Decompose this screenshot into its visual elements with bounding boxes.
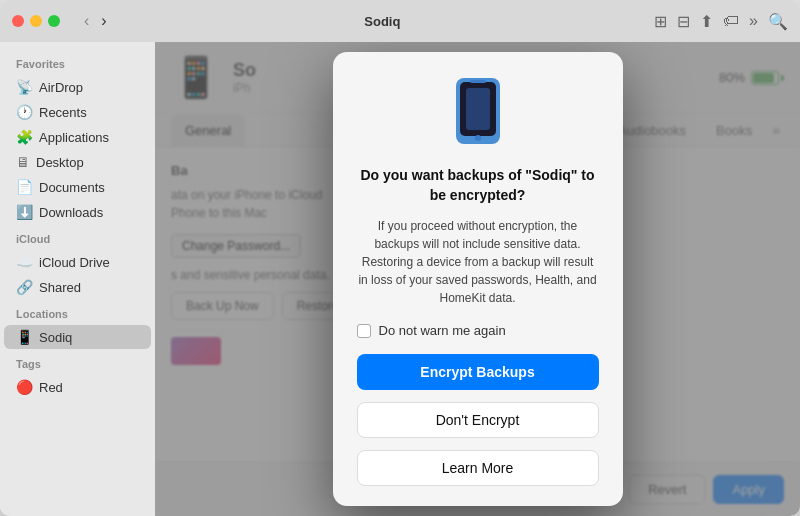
documents-icon: 📄 [16,179,33,195]
sidebar-item-desktop[interactable]: 🖥 Desktop [4,150,151,174]
sidebar-item-red[interactable]: 🔴 Red [4,375,151,399]
sidebar-item-label-sodiq: Sodiq [39,330,72,345]
sidebar-item-label-shared: Shared [39,280,81,295]
traffic-lights [12,15,60,27]
sidebar-item-label-icloud-drive: iCloud Drive [39,255,110,270]
sidebar-item-label-desktop: Desktop [36,155,84,170]
sidebar-item-airdrop[interactable]: 📡 AirDrop [4,75,151,99]
sidebar-item-shared[interactable]: 🔗 Shared [4,275,151,299]
dialog-phone-icon [452,76,504,150]
downloads-icon: ⬇️ [16,204,33,220]
main-window: ‹ › Sodiq ⊞ ⊟ ⬆ 🏷 » 🔍 Favorites 📡 AirDro… [0,0,800,516]
svg-point-3 [475,135,481,141]
shared-icon: 🔗 [16,279,33,295]
dialog-title: Do you want backups of "Sodiq" to be enc… [357,166,599,205]
grid2-icon[interactable]: ⊟ [677,12,690,31]
sidebar-item-label-documents: Documents [39,180,105,195]
sidebar-section-icloud: iCloud [0,225,155,249]
forward-button[interactable]: › [97,10,110,32]
minimize-button[interactable] [30,15,42,27]
svg-rect-4 [466,88,490,130]
sidebar-item-icloud-drive[interactable]: ☁️ iCloud Drive [4,250,151,274]
svg-rect-2 [470,80,486,83]
dialog-message: If you proceed without encryption, the b… [357,217,599,307]
dont-encrypt-button[interactable]: Don't Encrypt [357,402,599,438]
chevron-double-right-icon[interactable]: » [749,12,758,30]
applications-icon: 🧩 [16,129,33,145]
sidebar-item-label-airdrop: AirDrop [39,80,83,95]
search-icon[interactable]: 🔍 [768,12,788,31]
tag-icon[interactable]: 🏷 [723,12,739,30]
close-button[interactable] [12,15,24,27]
sidebar-item-sodiq[interactable]: 📱 Sodiq [4,325,151,349]
sidebar-item-downloads[interactable]: ⬇️ Downloads [4,200,151,224]
red-tag-icon: 🔴 [16,379,33,395]
sidebar: Favorites 📡 AirDrop 🕐 Recents 🧩 Applicat… [0,42,155,516]
sidebar-section-tags: Tags [0,350,155,374]
checkbox-row: Do not warn me again [357,319,599,342]
main-panel: 📱 So iPh 80% General Audiobooks [155,42,800,516]
sidebar-item-label-downloads: Downloads [39,205,103,220]
sidebar-section-favorites: Favorites [0,50,155,74]
sidebar-section-locations: Locations [0,300,155,324]
warn-again-label: Do not warn me again [379,323,506,338]
titlebar: ‹ › Sodiq ⊞ ⊟ ⬆ 🏷 » 🔍 [0,0,800,42]
encrypt-backups-button[interactable]: Encrypt Backups [357,354,599,390]
content-area: Favorites 📡 AirDrop 🕐 Recents 🧩 Applicat… [0,42,800,516]
sidebar-item-label-applications: Applications [39,130,109,145]
sidebar-item-applications[interactable]: 🧩 Applications [4,125,151,149]
grid-icon[interactable]: ⊞ [654,12,667,31]
sidebar-item-label-recents: Recents [39,105,87,120]
titlebar-icons: ⊞ ⊟ ⬆ 🏷 » 🔍 [654,12,788,31]
desktop-icon: 🖥 [16,154,30,170]
sidebar-item-documents[interactable]: 📄 Documents [4,175,151,199]
recents-icon: 🕐 [16,104,33,120]
sidebar-item-recents[interactable]: 🕐 Recents [4,100,151,124]
airdrop-icon: 📡 [16,79,33,95]
window-title: Sodiq [119,14,646,29]
encrypt-dialog: Do you want backups of "Sodiq" to be enc… [333,52,623,506]
back-button[interactable]: ‹ [80,10,93,32]
icloud-drive-icon: ☁️ [16,254,33,270]
maximize-button[interactable] [48,15,60,27]
sidebar-item-label-red: Red [39,380,63,395]
warn-again-checkbox[interactable] [357,324,371,338]
dialog-overlay: Do you want backups of "Sodiq" to be enc… [155,42,800,516]
device-icon: 📱 [16,329,33,345]
share-icon[interactable]: ⬆ [700,12,713,31]
learn-more-button[interactable]: Learn More [357,450,599,486]
